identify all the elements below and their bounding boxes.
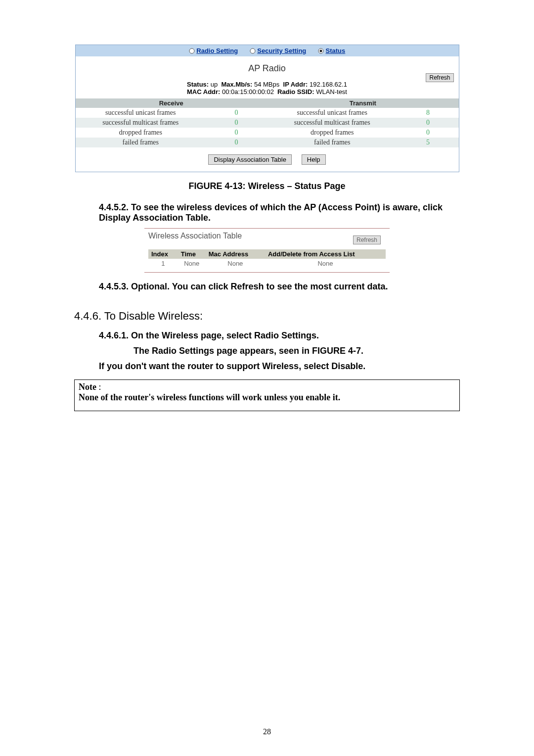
table-row: failed frames 0 failed frames 5	[76, 138, 459, 147]
cell-label: successful multicast frames	[267, 118, 398, 128]
macaddr-value: 00:0a:15:00:00:02	[222, 88, 274, 95]
radio-setting-link[interactable]: Radio Setting	[196, 47, 238, 54]
radio-unselected-icon	[189, 48, 195, 54]
cell-label: failed frames	[267, 138, 398, 147]
cell-label: failed frames	[76, 138, 206, 147]
display-association-button[interactable]: Display Association Table	[208, 154, 291, 165]
ssid-label: Radio SSID:	[277, 88, 314, 95]
status-tab[interactable]: Status	[318, 47, 345, 54]
status-line-1: Status: up Max.Mb/s: 54 MBps IP Addr: 19…	[76, 81, 459, 88]
refresh-button[interactable]: Refresh	[426, 73, 453, 82]
svg-point-3	[319, 50, 322, 52]
col-mac: Mac Address	[206, 249, 265, 259]
page-number: 28	[0, 727, 534, 736]
cell-value: 0	[206, 108, 267, 118]
note-box: Note : None of the router's wireless fun…	[74, 379, 460, 411]
cell-access: None	[265, 259, 386, 268]
heading-4-4-6: 4.4.6. To Disable Wireless:	[74, 310, 460, 323]
stat-table: Receive Transmit successful unicast fram…	[76, 98, 459, 147]
col-index: Index	[148, 249, 178, 259]
ap-footer: Display Association Table Help	[76, 147, 459, 172]
radio-selected-icon	[318, 48, 324, 54]
table-row: successful multicast frames 0 successful…	[76, 118, 459, 128]
tab-header: Radio Setting Security Setting Status	[76, 45, 459, 56]
svg-point-0	[189, 48, 194, 53]
col-access: Add/Delete from Access List	[265, 249, 386, 259]
figure-caption: FIGURE 4-13: Wireless – Status Page	[74, 181, 460, 191]
cell-value: 8	[398, 108, 459, 118]
col-transmit: Transmit	[267, 98, 459, 108]
cell-value: 0	[398, 118, 459, 128]
security-setting-tab[interactable]: Security Setting	[250, 47, 308, 54]
cell-time: None	[178, 259, 206, 268]
ipaddr-label: IP Addr:	[283, 81, 308, 88]
svg-point-1	[250, 48, 255, 53]
cell-value: 0	[398, 128, 459, 138]
status-value: up	[211, 81, 218, 88]
maxmb-value: 54 MBps	[254, 81, 279, 88]
cell-value: 5	[398, 138, 459, 147]
cell-value: 0	[206, 128, 267, 138]
association-title: Wireless Association Table	[148, 232, 386, 240]
paragraph-4-4-6-1c: If you don't want the router to support …	[99, 361, 460, 372]
cell-label: successful multicast frames	[76, 118, 206, 128]
col-receive: Receive	[76, 98, 267, 108]
cell-value: 0	[206, 118, 267, 128]
ssid-value: WLAN-test	[316, 88, 347, 95]
table-row: 1 None None None	[148, 259, 386, 268]
maxmb-label: Max.Mb/s:	[222, 81, 253, 88]
paragraph-4-4-5-3: 4.4.5.3. Optional. You can click Refresh…	[99, 282, 460, 292]
cell-label: dropped frames	[267, 128, 398, 138]
table-row: dropped frames 0 dropped frames 0	[76, 128, 459, 138]
table-row: successful unicast frames 0 successful u…	[76, 108, 459, 118]
ap-body: AP Radio Refresh Status: up Max.Mb/s: 54…	[76, 56, 459, 98]
cell-label: successful unicast frames	[267, 108, 398, 118]
association-table: Index Time Mac Address Add/Delete from A…	[148, 249, 386, 268]
association-refresh-button[interactable]: Refresh	[353, 236, 381, 244]
cell-mac: None	[206, 259, 265, 268]
cell-label: dropped frames	[76, 128, 206, 138]
association-panel: Wireless Association Table Refresh Index…	[144, 228, 390, 273]
note-label: Note	[79, 382, 96, 392]
security-setting-link[interactable]: Security Setting	[257, 47, 306, 54]
help-button[interactable]: Help	[302, 154, 326, 165]
note-colon: :	[96, 382, 101, 392]
macaddr-label: MAC Addr:	[187, 88, 220, 95]
col-time: Time	[178, 249, 206, 259]
cell-label: successful unicast frames	[76, 108, 206, 118]
radio-unselected-icon	[250, 48, 256, 54]
ap-radio-panel: Radio Setting Security Setting Status AP…	[75, 45, 459, 172]
status-label: Status:	[187, 81, 209, 88]
cell-index: 1	[148, 259, 178, 268]
status-link[interactable]: Status	[326, 47, 346, 54]
cell-value: 0	[206, 138, 267, 147]
paragraph-4-4-6-1b: The Radio Settings page appears, seen in…	[134, 346, 460, 356]
ipaddr-value: 192.168.62.1	[310, 81, 347, 88]
paragraph-4-4-5-2: 4.4.5.2. To see the wireless devices of …	[99, 202, 460, 223]
status-line-2: MAC Addr: 00:0a:15:00:00:02 Radio SSID: …	[76, 88, 459, 95]
radio-setting-tab[interactable]: Radio Setting	[189, 47, 240, 54]
paragraph-4-4-6-1: 4.4.6.1. On the Wireless page, select Ra…	[99, 331, 460, 341]
note-body: None of the router's wireless functions …	[79, 392, 340, 402]
ap-title: AP Radio	[76, 63, 459, 74]
